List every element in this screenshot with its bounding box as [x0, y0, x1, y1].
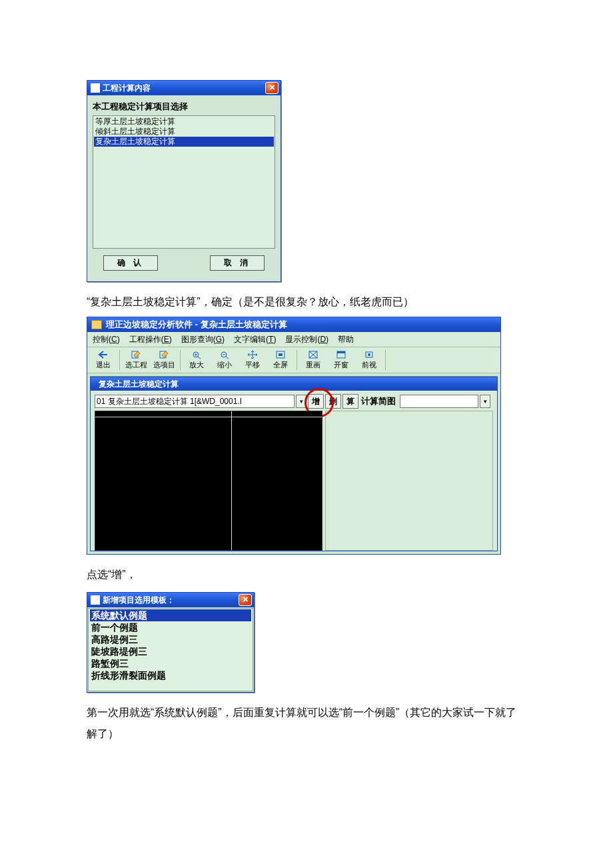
right-label: 计算简图 — [361, 395, 396, 407]
system-icon — [91, 83, 100, 93]
close-icon[interactable]: ✕ — [239, 594, 252, 606]
list-item[interactable]: 高路堤例三 — [90, 633, 251, 645]
window-icon — [336, 350, 346, 359]
child-window: 复杂土层土坡稳定计算 01 复杂土层土坡稳定计算 1[&WD_0001.I ▾ … — [90, 377, 498, 551]
document-page: 工程计算内容 ✕ 本工程稳定计算项目选择 等厚土层土坡稳定计算 倾斜土层土坡稳定… — [0, 0, 613, 868]
child-title-text: 复杂土层土坡稳定计算 — [99, 379, 179, 390]
tool-pan[interactable]: 平移 — [239, 349, 266, 371]
front-view-icon — [364, 350, 374, 359]
list-item[interactable]: 路堑例三 — [90, 657, 251, 669]
svg-rect-8 — [337, 351, 345, 353]
doc-pencil-icon — [159, 350, 169, 359]
tool-select-project[interactable]: 选工程 — [123, 349, 149, 371]
pan-icon — [247, 350, 258, 359]
item-combo[interactable]: 01 复杂土层土坡稳定计算 1[&WD_0001.I — [95, 395, 295, 408]
cancel-button[interactable]: 取 消 — [210, 255, 265, 271]
tool-select-item[interactable]: 选项目 — [151, 349, 177, 371]
titlebar-title: 新增项目选用模板： — [103, 595, 175, 606]
menubar: 控制(C) 工程操作(E) 图形查询(G) 文字编辑(T) 显示控制(D) 帮助 — [87, 332, 500, 347]
redraw-icon — [308, 350, 318, 359]
tool-fullscreen[interactable]: 全屏 — [267, 349, 294, 371]
list-item[interactable]: 倾斜土层土坡稳定计算 — [94, 127, 274, 137]
add-button[interactable]: 增 — [308, 394, 324, 409]
tool-window[interactable]: 开窗 — [328, 349, 354, 371]
app-title-text: 理正边坡稳定分析软件 - 复杂土层土坡稳定计算 — [106, 319, 287, 331]
menu-help[interactable]: 帮助 — [338, 334, 354, 345]
diagram-panel — [325, 411, 493, 551]
tool-redraw[interactable]: 重画 — [300, 349, 326, 371]
calc-items-listbox[interactable]: 等厚土层土坡稳定计算 倾斜土层土坡稳定计算 复杂土层土坡稳定计算 — [93, 115, 275, 249]
chevron-down-icon[interactable]: ▾ — [296, 395, 306, 408]
body-text: 点选“增”， — [87, 564, 526, 585]
crosshair-horizontal — [95, 417, 322, 417]
dialog-label: 本工程稳定计算项目选择 — [93, 101, 275, 113]
diagram-combo[interactable] — [400, 395, 478, 408]
dialog-project-calc-content: 工程计算内容 ✕ 本工程稳定计算项目选择 等厚土层土坡稳定计算 倾斜土层土坡稳定… — [87, 80, 281, 282]
child-titlebar: 复杂土层土坡稳定计算 — [91, 377, 497, 391]
menu-control[interactable]: 控制(C) — [93, 334, 120, 345]
tool-front-view[interactable]: 前视 — [356, 349, 382, 371]
calc-button[interactable]: 算 — [342, 394, 358, 409]
svg-point-10 — [368, 353, 370, 356]
svg-rect-5 — [279, 353, 283, 356]
chevron-down-icon[interactable]: ▾ — [480, 395, 490, 408]
titlebar: 工程计算内容 ✕ — [87, 81, 281, 95]
menu-graphics[interactable]: 图形查询(G) — [181, 334, 225, 345]
app-titlebar: 理正边坡稳定分析软件 - 复杂土层土坡稳定计算 — [87, 317, 500, 332]
drawing-canvas[interactable] — [95, 411, 322, 551]
toolbar: 退出 选工程 选项目 放大 缩小 平移 — [87, 347, 500, 373]
app-window: 理正边坡稳定分析软件 - 复杂土层土坡稳定计算 控制(C) 工程操作(E) 图形… — [87, 317, 501, 555]
template-listbox[interactable]: 系统默认例题 前一个例题 高路堤例三 陡坡路堤例三 路堑例三 折线形滑裂面例题 — [88, 608, 253, 691]
body-text: “复杂土层土坡稳定计算”，确定（是不是很复杂？放心，纸老虎而已） — [87, 291, 526, 313]
fullscreen-icon — [275, 350, 286, 359]
close-icon[interactable]: ✕ — [265, 82, 279, 94]
ok-button[interactable]: 确 认 — [103, 255, 158, 271]
menu-project[interactable]: 工程操作(E) — [129, 334, 172, 345]
titlebar-title: 工程计算内容 — [103, 83, 151, 94]
doc-pencil-icon — [131, 350, 141, 359]
menu-text[interactable]: 文字编辑(T) — [234, 334, 276, 345]
tool-zoom-out[interactable]: 缩小 — [211, 349, 238, 371]
list-item-selected[interactable]: 复杂土层土坡稳定计算 — [94, 137, 274, 147]
crosshair-vertical — [231, 411, 232, 550]
control-row: 01 复杂土层土坡稳定计算 1[&WD_0001.I ▾ 增 删 算 计算简图 … — [95, 393, 493, 409]
list-item[interactable]: 前一个例题 — [90, 621, 251, 633]
list-item[interactable]: 折线形滑裂面例题 — [90, 669, 251, 681]
dialog-new-item-template: 新增项目选用模板： ✕ 系统默认例题 前一个例题 高路堤例三 陡坡路堤例三 路堑… — [87, 592, 255, 693]
list-item-selected[interactable]: 系统默认例题 — [90, 609, 251, 621]
zoom-out-icon — [219, 350, 230, 359]
tool-exit[interactable]: 退出 — [90, 349, 117, 371]
tool-zoom-in[interactable]: 放大 — [183, 349, 210, 371]
delete-button[interactable]: 删 — [325, 394, 341, 409]
titlebar: 新增项目选用模板： ✕ — [87, 593, 254, 607]
folder-icon — [91, 320, 102, 329]
zoom-in-icon — [191, 350, 202, 359]
system-icon — [91, 595, 100, 605]
menu-display[interactable]: 显示控制(D) — [285, 334, 328, 345]
body-text: 第一次用就选“系统默认例题”，后面重复计算就可以选“前一个例题”（其它的大家试一… — [87, 702, 526, 745]
arrow-left-icon — [98, 350, 109, 359]
list-item[interactable]: 陡坡路堤例三 — [90, 645, 251, 657]
list-item[interactable]: 等厚土层土坡稳定计算 — [94, 117, 274, 127]
